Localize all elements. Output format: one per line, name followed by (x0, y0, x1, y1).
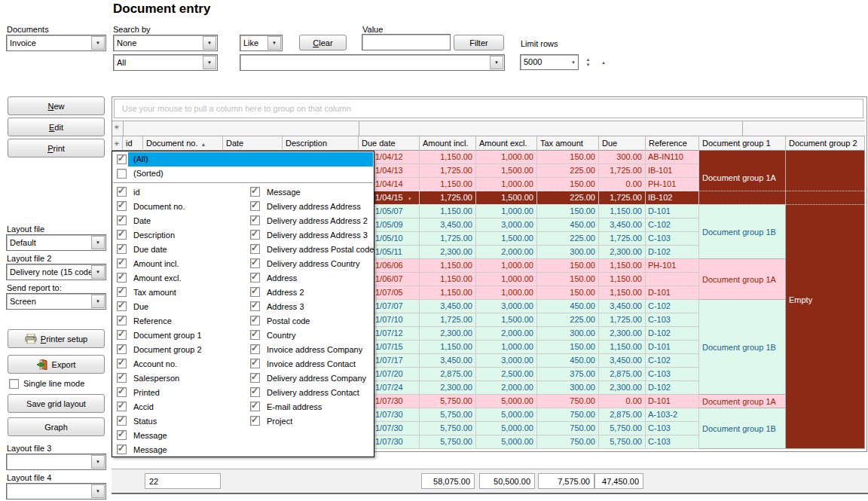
document-group1-block[interactable]: Document group 1B (699, 205, 786, 259)
save-grid-layout-button[interactable]: Save grid layout (8, 394, 105, 413)
grid-header-due-date[interactable]: Due date (359, 136, 420, 151)
column-checkbox[interactable] (250, 273, 260, 283)
grid-cell-amount_excl[interactable]: 1,000.00 (476, 205, 537, 218)
column-chooser-item[interactable]: Delivery address Address 3 (267, 228, 368, 243)
document-group1-block[interactable]: Document group 1B (699, 408, 786, 449)
column-chooser-item[interactable]: Delivery address Postal code (267, 243, 374, 257)
column-checkbox[interactable] (250, 359, 260, 368)
grid-cell-amount_incl[interactable]: 3,450.00 (420, 300, 476, 313)
column-chooser-item[interactable]: Document group 2 (133, 343, 202, 357)
column-chooser-item[interactable]: Delivery address Contact (267, 386, 359, 400)
grid-cell-amount_excl[interactable]: 3,000.00 (476, 354, 537, 368)
column-chooser-item[interactable]: Message (267, 185, 301, 200)
grid-cell-amount_incl[interactable]: 1,150.00 (420, 286, 476, 300)
column-chooser-item[interactable]: Document no. (133, 200, 185, 214)
grid-cell-amount_incl[interactable]: 3,450.00 (420, 218, 476, 232)
search-value-select[interactable]: ▼ (240, 54, 505, 71)
column-checkbox[interactable] (250, 387, 260, 397)
grid-cell-due[interactable]: 2,875.00 (599, 368, 646, 381)
edit-button[interactable]: Edit (8, 118, 105, 136)
column-chooser-item[interactable]: Invoice address Contact (267, 357, 356, 371)
grid-cell-amount_excl[interactable]: 1,000.00 (476, 259, 537, 273)
grid-cell-amount_excl[interactable]: 5,000.00 (476, 422, 537, 435)
column-chooser-item[interactable]: Date (133, 214, 151, 228)
column-checkbox[interactable] (117, 273, 127, 283)
column-checkbox[interactable] (117, 402, 127, 411)
grid-cell-reference[interactable]: D-101 (646, 286, 699, 300)
column-chooser-item[interactable]: Postal code (267, 314, 310, 328)
column-checkbox[interactable] (117, 416, 127, 426)
grid-cell-due[interactable]: 2,300.00 (599, 381, 646, 395)
grid-cell-amount_excl[interactable]: 2,500.00 (476, 368, 537, 381)
column-checkbox[interactable] (250, 230, 260, 240)
column-chooser-item[interactable]: Address (267, 271, 297, 286)
grid-header-id[interactable]: id (123, 136, 143, 151)
column-chooser-item[interactable]: Document group 1 (133, 328, 202, 343)
grid-cell-amount_incl[interactable]: 1,725.00 (420, 232, 476, 246)
grid-cell-amount_excl[interactable]: 2,000.00 (476, 246, 537, 259)
column-chooser-item[interactable]: Due date (133, 243, 167, 257)
grid-cell-tax_amount[interactable]: 225.00 (537, 313, 599, 327)
grid-header-document-group-1[interactable]: Document group 1 (699, 136, 786, 151)
grid-cell-due[interactable]: 0.00 (599, 178, 646, 191)
value-input[interactable] (362, 34, 451, 50)
grid-cell-amount_incl[interactable]: 3,450.00 (420, 354, 476, 368)
document-group1-block[interactable]: Document group 1A (699, 259, 786, 300)
cell-dropdown-icon[interactable]: ▼ (408, 197, 412, 201)
column-chooser-item[interactable]: Address 3 (267, 300, 304, 314)
grid-cell-tax_amount[interactable]: 150.00 (537, 178, 599, 191)
search-field-select[interactable]: None ▼ (113, 35, 218, 51)
grid-header-amount-excl-[interactable]: Amount excl. (476, 136, 537, 151)
column-chooser-item[interactable]: Accid (133, 400, 154, 414)
limit-rows-collapse-button[interactable]: ▲ (598, 57, 609, 68)
column-checkbox[interactable] (250, 373, 260, 383)
grid-cell-tax_amount[interactable]: 450.00 (537, 300, 599, 313)
grid-cell-amount_incl[interactable]: 2,300.00 (420, 381, 476, 395)
column-chooser-item[interactable]: Tax amount (133, 286, 176, 300)
limit-rows-input[interactable]: 5000 ▼ (520, 54, 579, 70)
grid-cell-due[interactable]: 1,150.00 (599, 259, 646, 273)
grid-cell-tax_amount[interactable]: 150.00 (537, 341, 599, 354)
grid-cell-amount_excl[interactable]: 5,000.00 (476, 395, 537, 408)
grid-cell-due[interactable]: 1,725.00 (599, 313, 646, 327)
column-checkbox[interactable] (117, 359, 127, 368)
grid-cell-tax_amount[interactable]: 450.00 (537, 354, 599, 368)
grid-cell-reference[interactable]: PH-101 (646, 259, 699, 273)
grid-cell-tax_amount[interactable]: 300.00 (537, 381, 599, 395)
grid-header-reference[interactable]: Reference (646, 136, 699, 151)
grid-cell-tax_amount[interactable]: 300.00 (537, 327, 599, 341)
grid-cell-due[interactable]: 5,750.00 (599, 422, 646, 435)
grid-cell-amount_excl[interactable]: 1,000.00 (476, 178, 537, 191)
column-checkbox[interactable] (250, 258, 260, 268)
filter-button[interactable]: Filter (454, 35, 504, 50)
column-chooser-item[interactable]: Delivery address Country (267, 257, 360, 271)
grid-header-document-no-[interactable]: Document no.▲ (143, 136, 223, 151)
grid-header-due[interactable]: Due (599, 136, 646, 151)
grid-cell-due[interactable]: 300.00 (599, 151, 646, 164)
grid-cell-due[interactable]: 2,875.00 (599, 408, 646, 422)
all-columns-checkbox[interactable] (117, 154, 127, 164)
print-button[interactable]: Print (8, 139, 105, 157)
grid-cell-reference[interactable]: C-103 (646, 232, 699, 246)
grid-cell-tax_amount[interactable]: 375.00 (537, 368, 599, 381)
grid-cell-tax_amount[interactable]: 750.00 (537, 435, 599, 449)
column-chooser-item[interactable]: id (133, 185, 140, 200)
printer-setup-button[interactable]: Printer setup (8, 329, 105, 348)
grid-cell-amount_incl[interactable]: 5,750.00 (420, 435, 476, 449)
column-checkbox[interactable] (250, 316, 260, 325)
grid-cell-amount_excl[interactable]: 5,000.00 (476, 408, 537, 422)
grid-cell-reference[interactable]: C-103 (646, 368, 699, 381)
send-report-select[interactable]: Screen ▼ (6, 293, 106, 310)
column-chooser-item[interactable]: Delivery address Company (267, 371, 366, 386)
grid-cell-tax_amount[interactable]: 750.00 (537, 422, 599, 435)
column-checkbox[interactable] (117, 316, 127, 325)
column-chooser-item[interactable]: Delivery address Address 2 (267, 214, 368, 228)
clear-button[interactable]: Clear (299, 35, 347, 50)
grid-cell-due[interactable]: 3,450.00 (599, 218, 646, 232)
column-chooser-item[interactable]: E-mail address (267, 400, 322, 414)
grid-cell-due[interactable]: 5,750.00 (599, 435, 646, 449)
grid-cell-due[interactable]: 3,450.00 (599, 300, 646, 313)
grid-header-amount-incl-[interactable]: Amount incl. (420, 136, 476, 151)
layout-file3-select[interactable]: ▼ (6, 454, 106, 470)
grid-cell-amount_incl[interactable]: 1,725.00 (420, 313, 476, 327)
